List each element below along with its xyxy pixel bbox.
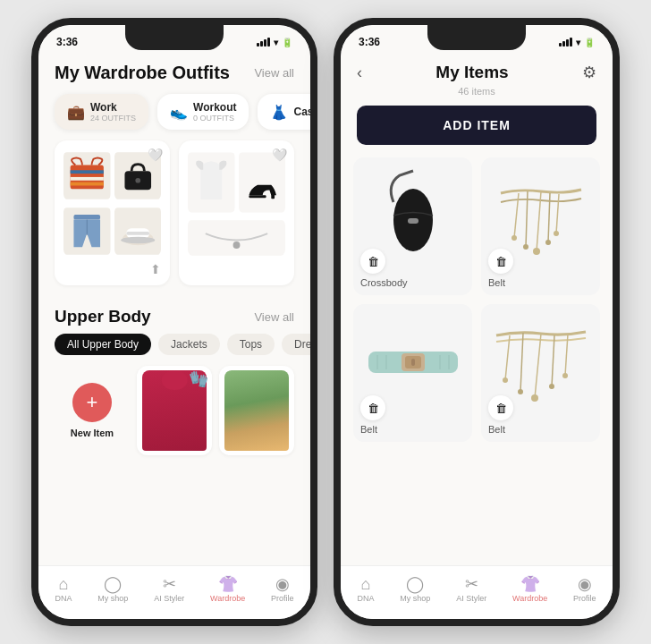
battery-icon: 🔋 — [282, 38, 292, 47]
right-nav-profile-label: Profile — [573, 594, 596, 603]
nav-aistyler-label: AI Styler — [154, 594, 184, 603]
filter-all[interactable]: All Upper Body — [55, 334, 151, 355]
nav-dna[interactable]: ⌂ DNA — [55, 576, 72, 603]
right-nav-myshop-label: My shop — [400, 594, 430, 603]
filter-button[interactable]: ⚙ — [582, 63, 596, 82]
right-nav-wardrobe[interactable]: 👚 Wardrobe — [512, 576, 547, 603]
belt2-item[interactable]: 🗑 Belt — [353, 304, 472, 442]
svg-point-49 — [531, 394, 538, 402]
outfit-shoes-img — [114, 205, 162, 257]
chip-workout[interactable]: 👟 Workout 0 OUTFITS — [157, 94, 249, 130]
dna-icon: ⌂ — [58, 576, 68, 592]
svg-rect-9 — [73, 215, 100, 220]
svg-point-50 — [549, 384, 554, 389]
outfit-actions-1: ⬆ — [63, 257, 161, 276]
svg-line-45 — [552, 335, 554, 386]
svg-rect-37 — [411, 359, 415, 366]
time: 3:36 — [56, 36, 78, 48]
svg-point-15 — [121, 237, 155, 244]
nav-myshop[interactable]: ◯ My shop — [97, 576, 128, 603]
add-new-btn[interactable]: + New Item — [71, 383, 114, 438]
svg-point-21 — [233, 242, 241, 249]
svg-line-43 — [520, 333, 523, 392]
work-count: 24 OUTFITS — [90, 114, 136, 123]
plus-icon: + — [72, 383, 112, 422]
items-count: 46 items — [341, 86, 613, 106]
outfit-jeans-img — [63, 205, 111, 257]
myshop-icon: ◯ — [104, 576, 122, 592]
delete-belt2[interactable]: 🗑 — [360, 395, 385, 420]
wifi-icon: ▾ — [274, 38, 278, 47]
nav-profile[interactable]: ◉ Profile — [271, 576, 294, 603]
svg-point-31 — [533, 248, 540, 255]
workout-icon: 👟 — [170, 104, 188, 121]
work-icon: 💼 — [67, 104, 85, 121]
svg-rect-14 — [126, 232, 149, 235]
svg-point-7 — [135, 178, 140, 183]
new-item-button[interactable]: + New Item — [55, 366, 130, 455]
svg-rect-2 — [71, 170, 104, 174]
right-nav-profile[interactable]: ◉ Profile — [573, 576, 596, 603]
crossbody-item[interactable]: 🗑 Crossbody — [353, 157, 472, 295]
right-aistyler-icon: ✂ — [465, 576, 478, 592]
nav-wardrobe[interactable]: 👚 Wardrobe — [210, 576, 245, 603]
outfit-top-img — [63, 149, 111, 201]
right-nav-aistyler-label: AI Styler — [456, 594, 486, 603]
right-nav-aistyler[interactable]: ✂ AI Styler — [456, 576, 486, 603]
section-title: Upper Body — [55, 307, 151, 326]
delete-belt1[interactable]: 🗑 — [488, 249, 513, 274]
wardrobe-icon: 👚 — [218, 576, 238, 592]
svg-point-32 — [545, 240, 551, 245]
outfit-images-1 — [63, 149, 161, 257]
view-all-link[interactable]: View all — [254, 66, 294, 80]
belt1-item[interactable]: 🗑 Belt — [481, 157, 600, 295]
delete-crossbody[interactable]: 🗑 — [360, 249, 385, 274]
svg-rect-23 — [408, 218, 418, 224]
clothing-grid: + New Item 🧤 — [38, 366, 310, 455]
signal-icon — [257, 38, 270, 47]
upload-icon-1[interactable]: ⬆ — [150, 262, 161, 276]
belt3-item[interactable]: 🗑 Belt — [481, 304, 600, 442]
add-item-button[interactable]: ADD ITEM — [357, 106, 596, 145]
section-view-all[interactable]: View all — [254, 310, 294, 324]
chip-casual[interactable]: 👗 Casual — [258, 94, 310, 130]
outfit-card-1[interactable]: 🤍 — [55, 140, 170, 285]
right-bottom-nav: ⌂ DNA ◯ My shop ✂ AI Styler 👚 Wardrobe ◉… — [341, 565, 613, 619]
back-button[interactable]: ‹ — [357, 64, 362, 82]
right-nav-dna[interactable]: ⌂ DNA — [357, 576, 374, 603]
svg-line-44 — [535, 334, 541, 398]
heart-icon-2[interactable]: 🤍 — [272, 148, 287, 162]
casual-label: Casual — [293, 106, 310, 118]
delete-belt3[interactable]: 🗑 — [488, 395, 513, 420]
floral-item[interactable] — [219, 366, 294, 455]
svg-rect-20 — [188, 220, 285, 256]
filter-tops[interactable]: Tops — [227, 334, 275, 355]
svg-rect-4 — [71, 182, 104, 186]
status-icons: ▾ 🔋 — [257, 38, 292, 47]
outfit-card-2[interactable]: 🤍 — [179, 140, 294, 285]
notch — [125, 25, 224, 50]
belt2-label: Belt — [353, 420, 472, 442]
items-header: ‹ My Items ⚙ — [341, 52, 613, 86]
filter-jackets[interactable]: Jackets — [158, 334, 220, 355]
svg-point-48 — [518, 389, 523, 394]
right-content: 🗑 Crossbody — [341, 157, 613, 619]
outfit-images-2 — [188, 149, 285, 257]
right-nav-myshop[interactable]: ◯ My shop — [400, 576, 430, 603]
chip-work[interactable]: 💼 Work 24 OUTFITS — [55, 94, 148, 130]
filter-chips: All Upper Body Jackets Tops Dresses — [38, 334, 310, 366]
left-phone: 3:36 ▾ 🔋 My Wardrobe Outfits View all — [31, 18, 317, 626]
hanger-icon: 🧤 — [189, 369, 208, 389]
dress-item[interactable]: 🧤 — [137, 366, 212, 455]
right-profile-icon: ◉ — [578, 576, 592, 592]
nav-aistyler[interactable]: ✂ AI Styler — [154, 576, 184, 603]
right-dna-icon: ⌂ — [360, 576, 370, 592]
right-wifi-icon: ▾ — [576, 38, 580, 47]
svg-rect-19 — [271, 191, 275, 199]
right-phone: 3:36 ▾ 🔋 ‹ My Items ⚙ 46 items ADD ITEM — [334, 18, 620, 626]
filter-dresses[interactable]: Dresses — [282, 334, 310, 355]
heart-icon-1[interactable]: 🤍 — [148, 148, 163, 162]
aistyler-icon: ✂ — [163, 576, 176, 592]
crossbody-label: Crossbody — [353, 274, 472, 295]
right-wardrobe-icon: 👚 — [520, 576, 540, 592]
